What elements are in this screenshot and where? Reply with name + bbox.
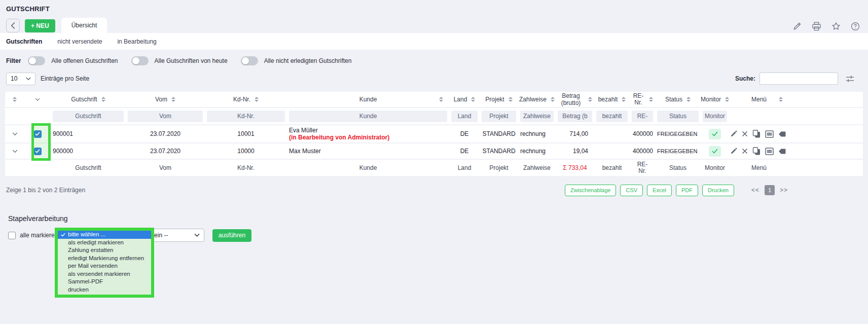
dropdown-option[interactable]: als erledigt markieren bbox=[58, 239, 151, 247]
page-title: GUTSCHRIFT bbox=[6, 5, 868, 13]
col-header-kd-nr[interactable]: Kd-Nr. bbox=[233, 96, 250, 103]
delete-x-icon[interactable] bbox=[742, 148, 748, 154]
row-expand-icon[interactable] bbox=[12, 150, 18, 153]
footer-vom: Vom bbox=[126, 160, 205, 176]
table-header-row: Gutschrift Vom Kd-Nr. Kunde Land Projekt… bbox=[5, 92, 863, 107]
filter-input-land[interactable] bbox=[451, 111, 478, 122]
col-header-kunde[interactable]: Kunde bbox=[359, 96, 377, 103]
toggle-offene-gutschriften[interactable] bbox=[28, 56, 45, 65]
search-input[interactable] bbox=[760, 73, 838, 85]
filter-input-gutschrift[interactable] bbox=[53, 111, 124, 122]
back-button[interactable] bbox=[6, 19, 20, 32]
col-header-monitor[interactable]: Monitor bbox=[701, 96, 721, 103]
dropdown-option-selected[interactable]: bitte wählen ... bbox=[58, 231, 151, 239]
dropdown-option[interactable]: als versendet markieren bbox=[58, 270, 151, 278]
tag-icon[interactable] bbox=[778, 148, 786, 155]
sort-icon[interactable] bbox=[779, 97, 783, 102]
delete-x-icon[interactable] bbox=[742, 131, 748, 137]
filter-input-status[interactable] bbox=[657, 111, 699, 122]
filter-input-kunde[interactable] bbox=[289, 111, 447, 122]
footer-bezahlt: bezahlt bbox=[594, 160, 630, 176]
sort-icon[interactable] bbox=[171, 97, 175, 102]
sort-icon[interactable] bbox=[551, 97, 555, 102]
sort-icon[interactable] bbox=[471, 97, 475, 102]
filter-input-bezahlt[interactable] bbox=[596, 111, 628, 122]
copy-icon[interactable] bbox=[752, 147, 761, 155]
col-header-menu[interactable]: Menü bbox=[751, 96, 767, 103]
toggle-label-heute: Alle Gutschriften von heute bbox=[155, 57, 228, 64]
export-csv-button[interactable]: CSV bbox=[620, 185, 643, 196]
export-clipboard-button[interactable]: Zwischenablage bbox=[565, 185, 617, 196]
sort-icon[interactable] bbox=[439, 97, 443, 102]
pdf-icon[interactable]: PDF bbox=[765, 148, 774, 155]
sort-icon[interactable] bbox=[588, 97, 592, 102]
col-header-re-nr[interactable]: RE-Nr. bbox=[632, 93, 645, 106]
new-button[interactable]: + NEU bbox=[25, 19, 55, 32]
filter-input-vom[interactable] bbox=[128, 111, 203, 122]
col-header-status[interactable]: Status bbox=[665, 96, 682, 103]
footer-kunde: Kunde bbox=[287, 160, 449, 176]
tab-gutschriften[interactable]: Gutschriften bbox=[6, 38, 42, 45]
row-checkbox-checked[interactable] bbox=[34, 130, 42, 138]
pagination-next[interactable]: >> bbox=[780, 187, 788, 194]
pagination-prev[interactable]: << bbox=[751, 187, 760, 194]
sort-icon[interactable] bbox=[255, 97, 259, 102]
toggle-gutschriften-heute[interactable] bbox=[131, 56, 149, 65]
print-icon[interactable] bbox=[812, 22, 821, 31]
sort-icon[interactable] bbox=[686, 97, 691, 102]
export-print-button[interactable]: Drucken bbox=[702, 185, 734, 196]
sort-icon[interactable] bbox=[649, 97, 653, 102]
star-icon[interactable] bbox=[831, 22, 841, 31]
cell-kd-nr: 10000 bbox=[205, 143, 287, 159]
col-header-projekt[interactable]: Projekt bbox=[485, 96, 504, 103]
dropdown-option[interactable]: erledigt Markierung entfernen bbox=[58, 255, 151, 263]
filter-input-projekt[interactable] bbox=[482, 111, 516, 122]
filter-input-monitor[interactable] bbox=[703, 111, 727, 122]
col-header-zahlweise[interactable]: Zahlweise bbox=[519, 96, 547, 103]
filter-input-kd-nr[interactable] bbox=[207, 111, 285, 122]
chevron-down-icon[interactable] bbox=[35, 98, 40, 101]
col-header-vom[interactable]: Vom bbox=[155, 96, 167, 103]
pagination-page-1[interactable]: 1 bbox=[765, 185, 775, 195]
sort-icon[interactable] bbox=[622, 97, 626, 102]
export-excel-button[interactable]: Excel bbox=[647, 185, 672, 196]
export-pdf-button[interactable]: PDF bbox=[676, 185, 698, 196]
toggle-nicht-erledigte[interactable] bbox=[241, 56, 258, 65]
filter-input-re-nr[interactable] bbox=[632, 111, 653, 122]
column-settings-icon[interactable] bbox=[845, 75, 855, 83]
batch-title: Stapelverarbeitung bbox=[8, 214, 868, 223]
page-length-select[interactable]: 10 bbox=[6, 73, 35, 85]
cell-gutschrift: 900001 bbox=[51, 125, 126, 142]
col-header-land[interactable]: Land bbox=[454, 96, 467, 103]
dropdown-option[interactable]: Sammel-PDF bbox=[58, 278, 151, 286]
col-header-betrag[interactable]: Betrag (brutto) bbox=[558, 92, 584, 106]
sort-icon[interactable] bbox=[509, 97, 513, 102]
execute-button[interactable]: ausführen bbox=[212, 229, 251, 242]
row-checkbox-checked[interactable] bbox=[34, 148, 42, 155]
pdf-icon[interactable]: PDF bbox=[765, 130, 774, 138]
dropdown-option[interactable]: drucken bbox=[58, 286, 151, 294]
search-label: Suche: bbox=[735, 75, 755, 82]
edit-icon[interactable] bbox=[730, 130, 737, 137]
select-all-checkbox[interactable] bbox=[8, 232, 16, 239]
col-header-bezahlt[interactable]: bezahlt bbox=[598, 96, 618, 103]
copy-icon[interactable] bbox=[752, 130, 761, 138]
filter-input-betrag[interactable] bbox=[558, 111, 592, 122]
dropdown-option[interactable]: Zahlung erstatten bbox=[58, 246, 151, 255]
sort-icon[interactable] bbox=[725, 97, 729, 102]
filter-input-zahlweise[interactable] bbox=[520, 111, 554, 122]
edit-icon[interactable] bbox=[730, 148, 737, 155]
dropdown-option-label: bitte wählen ... bbox=[68, 231, 105, 239]
sort-icon[interactable] bbox=[101, 97, 105, 102]
row-expand-icon[interactable] bbox=[12, 132, 18, 136]
edit-icon[interactable] bbox=[792, 22, 802, 31]
tab-nicht-versendete[interactable]: nicht versendete bbox=[57, 38, 102, 45]
col-header-gutschrift[interactable]: Gutschrift bbox=[71, 96, 97, 103]
dropdown-option[interactable]: per Mail versenden bbox=[58, 262, 151, 270]
monitor-ok-badge bbox=[709, 146, 721, 157]
help-icon[interactable] bbox=[851, 22, 860, 31]
sort-all-icon[interactable] bbox=[13, 97, 17, 102]
tag-icon[interactable] bbox=[778, 131, 786, 137]
tab-in-bearbeitung[interactable]: in Bearbeitung bbox=[117, 38, 156, 45]
tab-uebersicht[interactable]: Übersicht bbox=[61, 18, 107, 33]
